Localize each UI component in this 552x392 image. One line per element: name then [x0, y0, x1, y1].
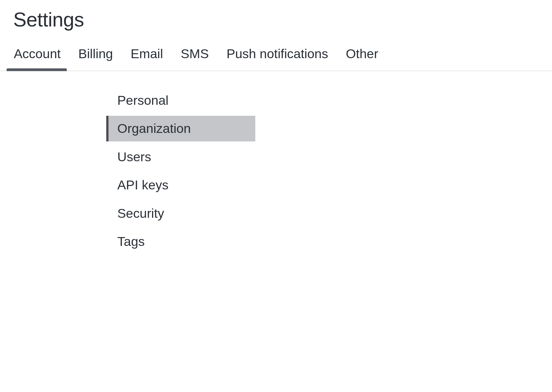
tab-billing[interactable]: Billing [78, 46, 113, 71]
content: Personal Organization Users API keys Sec… [0, 71, 552, 257]
sidebar-item-tags[interactable]: Tags [106, 229, 255, 254]
sidebar-item-api-keys[interactable]: API keys [106, 172, 255, 198]
tab-email[interactable]: Email [130, 46, 164, 71]
sidebar-item-security[interactable]: Security [106, 201, 255, 226]
tab-account[interactable]: Account [13, 46, 61, 71]
sidebar-item-organization[interactable]: Organization [106, 116, 255, 141]
tab-push-notifications[interactable]: Push notifications [226, 46, 329, 71]
sidebar-item-users[interactable]: Users [106, 144, 255, 170]
page-title: Settings [0, 0, 552, 31]
vertical-nav: Personal Organization Users API keys Sec… [106, 88, 255, 257]
tab-sms[interactable]: SMS [180, 46, 209, 71]
tabs: Account Billing Email SMS Push notificat… [0, 31, 552, 71]
tab-other[interactable]: Other [345, 46, 379, 71]
sidebar-item-personal[interactable]: Personal [106, 88, 255, 113]
